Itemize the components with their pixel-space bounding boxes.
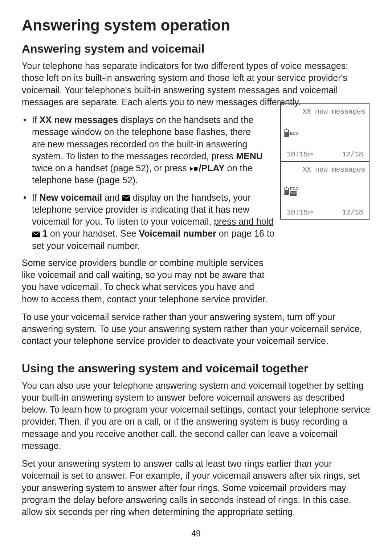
lcd-time-row: 10:15PM 12/18 bbox=[283, 209, 367, 217]
lcd-screen-1: XX new messages ECO 10:15PM 12/18 bbox=[280, 103, 369, 162]
svg-rect-1 bbox=[194, 167, 197, 171]
lcd-ampm: PM bbox=[308, 152, 314, 158]
lcd-message-line: XX new messages bbox=[283, 166, 367, 174]
battery-icon bbox=[284, 188, 289, 195]
text-bold: New voicemail bbox=[40, 192, 102, 203]
text-bold: Voicemail number bbox=[139, 228, 216, 238]
text-underline: press and hold bbox=[214, 216, 273, 226]
section2-para2: Set your answering system to answer call… bbox=[22, 458, 370, 518]
page-number: 49 bbox=[0, 529, 392, 539]
lcd-status-row: ECO bbox=[283, 187, 367, 196]
text: and bbox=[102, 192, 122, 203]
lcd-screens: XX new messages ECO 10:15PM 12/18 XX new… bbox=[280, 103, 369, 220]
play-stop-icon bbox=[189, 165, 199, 172]
envelope-icon bbox=[32, 232, 40, 237]
lcd-date: 12/18 bbox=[342, 151, 363, 159]
text: If bbox=[32, 115, 40, 125]
intro-paragraph: Your telephone has separate indicators f… bbox=[22, 60, 370, 108]
eco-icon: ECO bbox=[290, 187, 299, 191]
lcd-date: 12/18 bbox=[342, 209, 363, 217]
text: If bbox=[32, 192, 40, 203]
lcd-time: 10:15 bbox=[287, 208, 308, 217]
section1-heading: Answering system and voicemail bbox=[22, 42, 370, 56]
para2: Some service providers bundle or combine… bbox=[22, 257, 269, 305]
text-bold: 1 bbox=[42, 228, 48, 238]
svg-marker-0 bbox=[190, 167, 193, 171]
lcd-time: 10:15 bbox=[287, 150, 308, 159]
text-bold: MENU bbox=[236, 151, 263, 161]
para3: To use your voicemail service rather tha… bbox=[22, 311, 370, 347]
text-bold: XX new messages bbox=[40, 115, 118, 125]
lcd-message-line: XX new messages bbox=[283, 108, 367, 116]
section2-heading: Using the answering system and voicemail… bbox=[22, 362, 370, 375]
text: twice on a handset (page 52), or press bbox=[32, 163, 189, 173]
lcd-screen-2: XX new messages ECO 10:15PM 12/18 bbox=[280, 162, 369, 220]
lcd-status-row: ECO bbox=[283, 130, 367, 137]
envelope-icon bbox=[122, 195, 130, 201]
lcd-time-row: 10:15PM 12/18 bbox=[283, 151, 367, 159]
envelope-icon bbox=[290, 191, 297, 196]
text: on your handset. See bbox=[48, 228, 139, 238]
lcd-ampm: PM bbox=[308, 210, 314, 216]
eco-icon: ECO bbox=[290, 131, 299, 135]
section2-para1: You can also use your telephone answerin… bbox=[22, 380, 370, 452]
battery-icon bbox=[284, 130, 289, 137]
page-title: Answering system operation bbox=[22, 17, 370, 34]
text-bold: /PLAY bbox=[199, 163, 225, 173]
